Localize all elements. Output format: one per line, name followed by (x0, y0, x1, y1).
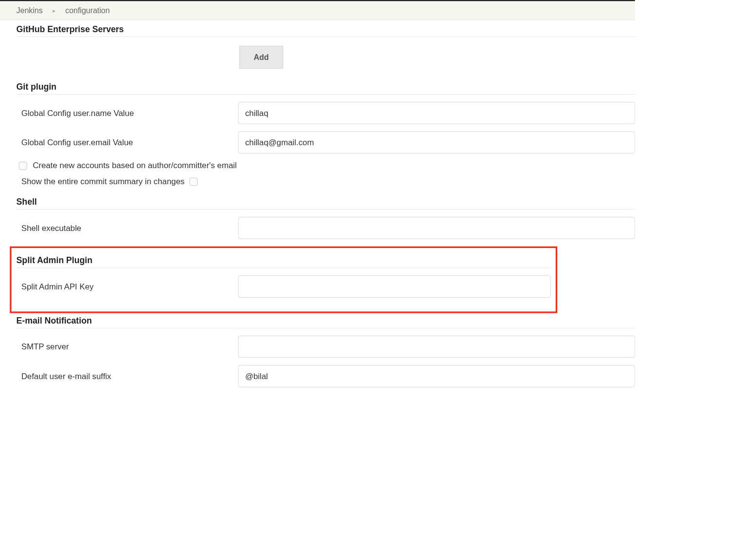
label-smtp: SMTP server (21, 342, 238, 351)
section-divider (17, 328, 635, 328)
form-row-global-name: Global Config user.name Value (17, 102, 635, 124)
section-divider (17, 94, 635, 95)
section-divider (17, 37, 635, 37)
section-title-git-plugin: Git plugin (17, 82, 635, 92)
label-create-accounts: Create new accounts based on author/comm… (33, 161, 237, 170)
input-email-suffix[interactable] (238, 365, 635, 387)
label-global-name: Global Config user.name Value (21, 108, 238, 117)
form-row-email-suffix: Default user e-mail suffix (17, 365, 635, 387)
label-shell-executable: Shell executable (21, 223, 238, 232)
section-title-shell: Shell (17, 197, 635, 207)
label-global-email: Global Config user.email Value (21, 138, 238, 147)
label-split-api-key: Split Admin API Key (21, 282, 238, 291)
input-shell-executable[interactable] (238, 217, 635, 239)
form-row-split-api-key: Split Admin API Key (17, 275, 551, 297)
breadcrumb: Jenkins ▸ configuration (0, 1, 635, 20)
add-button-row: Add (17, 44, 635, 80)
input-split-api-key[interactable] (238, 275, 551, 297)
form-row-global-email: Global Config user.email Value (17, 132, 635, 153)
checkbox-create-accounts[interactable] (19, 161, 27, 170)
section-divider (17, 209, 635, 210)
form-row-smtp: SMTP server (17, 336, 635, 358)
section-title-email: E-mail Notification (17, 316, 635, 325)
form-row-shell-executable: Shell executable (17, 217, 635, 239)
content-area: GitHub Enterprise Servers Add Git plugin… (0, 20, 635, 387)
label-email-suffix: Default user e-mail suffix (21, 371, 238, 381)
checkbox-row-show-summary: Show the entire commit summary in change… (17, 177, 635, 186)
section-divider (17, 268, 551, 268)
input-global-email[interactable] (238, 132, 635, 153)
breadcrumb-item-jenkins[interactable]: Jenkins (17, 6, 43, 15)
checkbox-show-summary[interactable] (189, 177, 198, 186)
checkbox-row-create-accounts: Create new accounts based on author/comm… (17, 161, 635, 170)
highlighted-section-split-admin: Split Admin Plugin Split Admin API Key (10, 247, 557, 313)
section-title-split-admin: Split Admin Plugin (17, 255, 551, 265)
section-title-github-enterprise: GitHub Enterprise Servers (17, 24, 635, 34)
breadcrumb-item-configuration[interactable]: configuration (65, 6, 110, 15)
add-button[interactable]: Add (239, 46, 283, 69)
chevron-right-icon: ▸ (53, 7, 56, 14)
input-smtp[interactable] (238, 336, 635, 358)
label-show-summary: Show the entire commit summary in change… (21, 177, 185, 186)
input-global-name[interactable] (238, 102, 635, 124)
